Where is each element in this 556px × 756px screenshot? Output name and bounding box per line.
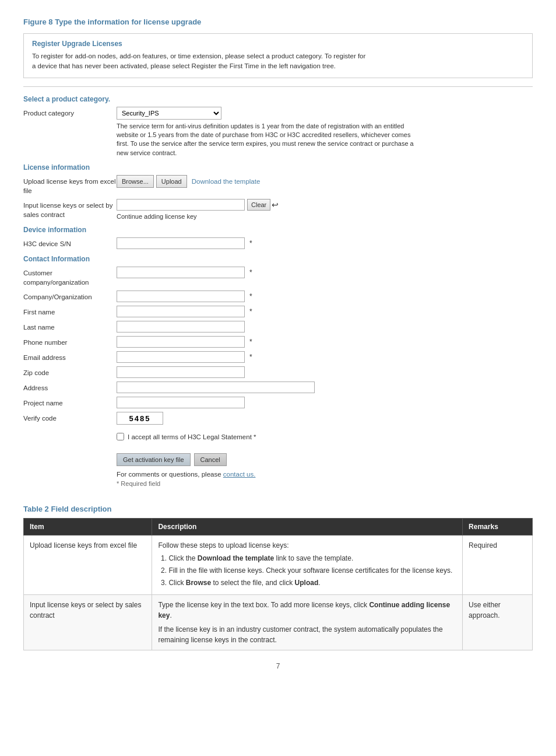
register-desc2: a device that has never been activated, …	[32, 61, 524, 71]
h3c-sn-required: *	[249, 239, 252, 247]
first-name-row: First name *	[23, 306, 533, 317]
verify-control	[117, 412, 533, 425]
verify-row: Verify code	[23, 412, 533, 425]
first-name-control: *	[117, 306, 533, 317]
customer-required: *	[249, 268, 252, 276]
phone-required: *	[249, 338, 252, 346]
row2-p2: If the license key is in an industry cus…	[158, 624, 456, 645]
browse-button[interactable]: Browse...	[117, 175, 154, 188]
customer-input[interactable]	[117, 267, 245, 278]
company-input[interactable]	[117, 290, 245, 302]
clear-icon: ↩	[272, 200, 279, 209]
submit-button[interactable]: Get activation key file	[117, 453, 191, 466]
col-remarks: Remarks	[463, 519, 533, 536]
company-required: *	[249, 292, 252, 300]
company-label: Company/Organization	[23, 290, 117, 302]
register-box: Register Upgrade Licenses To register fo…	[23, 33, 533, 78]
verify-label: Verify code	[23, 412, 117, 423]
project-row: Project name	[23, 397, 533, 408]
last-name-control	[117, 321, 533, 332]
email-row: Email address *	[23, 351, 533, 363]
verify-input[interactable]	[117, 412, 163, 425]
device-info-label: Device information	[23, 226, 533, 234]
accept-checkbox[interactable]	[117, 433, 124, 440]
h3c-sn-control: *	[117, 237, 533, 249]
bold-text: Continue adding license key	[158, 601, 450, 620]
phone-input[interactable]	[117, 336, 245, 348]
table-header-row: Item Description Remarks	[24, 519, 533, 536]
upload-button[interactable]: Upload	[156, 175, 187, 188]
row2-description: Type the license key in the text box. To…	[152, 595, 463, 650]
list-item: Fill in the file with license keys. Chec…	[168, 565, 456, 576]
cancel-button[interactable]: Cancel	[194, 453, 227, 466]
bold-text: Upload	[295, 579, 319, 587]
license-key-input[interactable]	[117, 199, 245, 211]
first-name-label: First name	[23, 306, 117, 317]
clear-button[interactable]: Clear	[247, 199, 270, 211]
product-category-select[interactable]: Security_IPS	[117, 107, 221, 120]
email-label: Email address	[23, 351, 117, 362]
first-name-required: *	[249, 307, 252, 316]
product-category-row: Product category Security_IPS The servic…	[23, 107, 533, 158]
email-input[interactable]	[117, 351, 245, 363]
row1-item: Upload license keys from excel file	[24, 536, 152, 595]
h3c-sn-input[interactable]	[117, 237, 245, 249]
table-row: Input license keys or select by sales co…	[24, 595, 533, 650]
customer-label: Customer company/organization	[23, 267, 117, 287]
contact-link[interactable]: contact us.	[223, 471, 256, 478]
input-license-row: Input license keys or select by sales co…	[23, 199, 533, 220]
address-control	[117, 382, 533, 393]
list-item: Click Browse to select the file, and cli…	[168, 578, 456, 588]
continue-link[interactable]: Continue adding license key	[117, 213, 533, 220]
contact-text: For comments or questions, please contac…	[117, 471, 533, 478]
accept-row: I accept all terms of H3C Legal Statemen…	[23, 428, 533, 445]
last-name-label: Last name	[23, 321, 117, 332]
customer-row: Customer company/organization *	[23, 267, 533, 287]
license-info-label: License information	[23, 163, 533, 172]
row1-remarks: Required	[463, 536, 533, 595]
address-input[interactable]	[117, 382, 315, 393]
register-title: Register Upgrade Licenses	[32, 40, 524, 48]
row1-description: Follow these steps to upload license key…	[152, 536, 463, 595]
accept-spacer	[23, 428, 117, 430]
list-item: Click the Download the template link to …	[168, 553, 456, 564]
zip-control	[117, 366, 533, 378]
project-control	[117, 397, 533, 408]
download-template-link[interactable]: Download the template	[192, 178, 261, 185]
figure-title: Figure 8 Type the information for licens…	[23, 18, 533, 26]
input-license-control: Clear ↩ Continue adding license key	[117, 199, 533, 220]
accept-text: I accept all terms of H3C Legal Statemen…	[128, 433, 256, 440]
select-category-label: Select a product category.	[23, 95, 533, 103]
address-row: Address	[23, 382, 533, 393]
address-label: Address	[23, 382, 117, 393]
project-input[interactable]	[117, 397, 245, 408]
contact-info-label: Contact Information	[23, 255, 533, 263]
product-category-control: Security_IPS The service term for anti-v…	[117, 107, 533, 158]
input-license-label: Input license keys or select by sales co…	[23, 199, 117, 219]
row2-p1: Type the license key in the text box. To…	[158, 600, 456, 621]
bold-text: Download the template	[198, 554, 274, 562]
phone-control: *	[117, 336, 533, 348]
register-desc1: To register for add-on nodes, add-on fea…	[32, 51, 524, 61]
first-name-input[interactable]	[117, 306, 245, 317]
company-control: *	[117, 290, 533, 302]
required-note: * Required field	[117, 480, 533, 487]
bold-text: Browse	[186, 579, 211, 587]
row1-steps: Click the Download the template link to …	[168, 553, 456, 588]
last-name-input[interactable]	[117, 321, 245, 332]
phone-row: Phone number *	[23, 336, 533, 348]
h3c-sn-label: H3C device S/N	[23, 237, 117, 249]
table-row: Upload license keys from excel file Foll…	[24, 536, 533, 595]
upload-control: Browse... Upload Download the template	[117, 175, 533, 188]
upload-label: Upload license keys from excel file	[23, 175, 117, 195]
page-number: 7	[23, 662, 533, 670]
action-control: Get activation key file Cancel For comme…	[117, 449, 533, 487]
table-title: Table 2 Field description	[23, 505, 533, 513]
upload-license-row: Upload license keys from excel file Brow…	[23, 175, 533, 195]
h3c-sn-row: H3C device S/N *	[23, 237, 533, 249]
divider	[23, 86, 533, 87]
action-spacer	[23, 449, 117, 450]
zip-input[interactable]	[117, 366, 245, 378]
company-row: Company/Organization *	[23, 290, 533, 302]
field-desc-table: Item Description Remarks Upload license …	[23, 518, 533, 650]
